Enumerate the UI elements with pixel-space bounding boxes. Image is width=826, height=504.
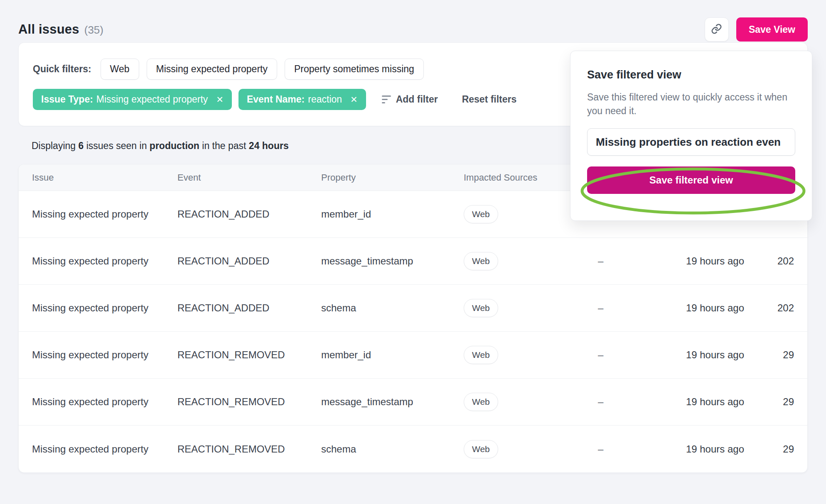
impacted-sources-cell: Web (464, 252, 586, 270)
column-header-property: Property (321, 172, 464, 183)
property-cell: member_id (321, 349, 464, 361)
event-cell: REACTION_ADDED (177, 302, 321, 314)
event-cell: REACTION_ADDED (177, 255, 321, 267)
issue-cell: Missing expected property (32, 255, 177, 267)
header-actions: Save View (705, 17, 808, 42)
column-header-impacted-sources: Impacted Sources (464, 172, 586, 183)
popover-title: Save filtered view (587, 69, 795, 81)
popover-description: Save this filtered view to quickly acces… (587, 91, 795, 117)
add-filter-label: Add filter (396, 94, 438, 105)
save-filtered-view-button[interactable]: Save filtered view (587, 166, 795, 194)
issue-count: (35) (84, 24, 103, 37)
event-volume-cell: 29 (744, 349, 794, 361)
copy-link-button[interactable] (705, 17, 729, 42)
event-cell: REACTION_ADDED (177, 208, 321, 220)
impacted-sources-cell: Web (464, 393, 586, 411)
table-row[interactable]: Missing expected property REACTION_REMOV… (19, 426, 807, 472)
add-filter-button[interactable]: Add filter (382, 94, 438, 105)
source-badge-web: Web (464, 440, 498, 458)
table-row[interactable]: Missing expected property REACTION_REMOV… (19, 332, 807, 379)
impacted-cell: – (586, 443, 649, 455)
impacted-cell: – (586, 396, 649, 408)
save-view-button[interactable]: Save View (736, 17, 808, 42)
filter-chip-value: Missing expected property (96, 94, 208, 105)
summary-text: in the past (202, 140, 246, 151)
property-cell: message_timestamp (321, 255, 464, 267)
property-cell: schema (321, 443, 464, 455)
issue-cell: Missing expected property (32, 396, 177, 408)
last-seen-cell: 19 hours ago (649, 349, 744, 361)
source-badge-web: Web (464, 346, 498, 364)
last-seen-cell: 19 hours ago (649, 255, 744, 267)
save-filtered-view-popover: Save filtered view Save this filtered vi… (570, 51, 812, 221)
quick-filter-property-sometimes-missing[interactable]: Property sometimes missing (285, 59, 424, 80)
filter-chip-event-name[interactable]: Event Name: reaction ✕ (238, 89, 366, 110)
impacted-cell: – (586, 255, 649, 267)
column-header-event: Event (177, 172, 321, 183)
remove-filter-icon[interactable]: ✕ (350, 95, 358, 105)
filter-chip-issue-type[interactable]: Issue Type: Missing expected property ✕ (33, 89, 232, 110)
last-seen-cell: 19 hours ago (649, 396, 744, 408)
property-cell: member_id (321, 208, 464, 220)
last-seen-cell: 19 hours ago (649, 443, 744, 455)
property-cell: message_timestamp (321, 396, 464, 408)
source-badge-web: Web (464, 299, 498, 317)
quick-filter-web[interactable]: Web (101, 59, 139, 80)
link-icon (711, 23, 722, 36)
filter-lines-icon (382, 95, 391, 103)
summary-environment: production (150, 140, 199, 151)
impacted-sources-cell: Web (464, 440, 586, 458)
page-title-group: All issues (35) (18, 22, 103, 37)
event-cell: REACTION_REMOVED (177, 396, 321, 408)
issue-cell: Missing expected property (32, 349, 177, 361)
impacted-sources-cell: Web (464, 346, 586, 364)
view-name-input[interactable] (587, 128, 795, 156)
event-cell: REACTION_REMOVED (177, 443, 321, 455)
event-volume-cell: 29 (744, 396, 794, 408)
last-seen-cell: 19 hours ago (649, 302, 744, 314)
column-header-issue: Issue (32, 172, 177, 183)
table-row[interactable]: Missing expected property REACTION_REMOV… (19, 379, 807, 426)
source-badge-web: Web (464, 205, 498, 223)
quick-filters-label: Quick filters: (33, 64, 91, 75)
issue-cell: Missing expected property (32, 208, 177, 220)
filter-chip-value: reaction (308, 94, 342, 105)
reset-filters-button[interactable]: Reset filters (462, 94, 517, 105)
table-row[interactable]: Missing expected property REACTION_ADDED… (19, 238, 807, 285)
quick-filter-missing-expected-property[interactable]: Missing expected property (147, 59, 277, 80)
source-badge-web: Web (464, 252, 498, 270)
event-volume-cell: 202 (744, 255, 794, 267)
summary-text: Displaying (32, 140, 76, 151)
filter-chip-label: Issue Type: (41, 94, 93, 105)
summary-time-range: 24 hours (249, 140, 289, 151)
source-badge-web: Web (464, 393, 498, 411)
impacted-sources-cell: Web (464, 299, 586, 317)
remove-filter-icon[interactable]: ✕ (216, 95, 224, 105)
impacted-cell: – (586, 349, 649, 361)
page-header: All issues (35) Save View (0, 0, 826, 42)
impacted-cell: – (586, 302, 649, 314)
filter-chip-label: Event Name: (247, 94, 305, 105)
summary-issue-count: 6 (79, 140, 84, 151)
impacted-sources-cell: Web (464, 205, 586, 223)
summary-text: issues seen in (86, 140, 147, 151)
table-row[interactable]: Missing expected property REACTION_ADDED… (19, 285, 807, 332)
issue-cell: Missing expected property (32, 302, 177, 314)
reset-filters-label: Reset filters (462, 94, 517, 105)
issue-cell: Missing expected property (32, 443, 177, 455)
page-title: All issues (18, 22, 79, 37)
event-volume-cell: 202 (744, 302, 794, 314)
event-cell: REACTION_REMOVED (177, 349, 321, 361)
property-cell: schema (321, 302, 464, 314)
event-volume-cell: 29 (744, 443, 794, 455)
